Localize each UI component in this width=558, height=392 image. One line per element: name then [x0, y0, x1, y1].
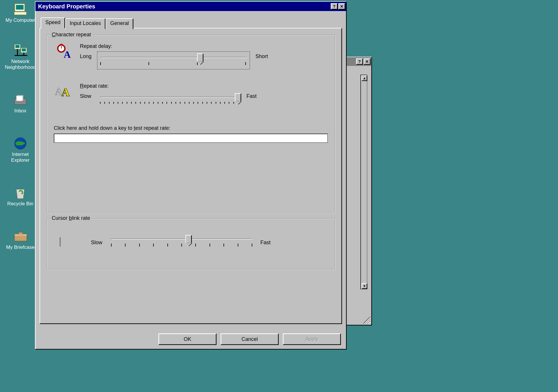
desktop-icon-label: Network Neighborhood: [4, 59, 36, 71]
scrollbar[interactable]: ▲ ▼: [360, 75, 367, 289]
svg-text:A: A: [64, 49, 71, 59]
briefcase-icon: [13, 229, 27, 243]
svg-rect-6: [22, 48, 26, 51]
desktop-icon-label: Inbox: [4, 108, 36, 114]
computer-icon: [13, 2, 27, 16]
resize-grip[interactable]: [363, 317, 370, 324]
svg-rect-2: [14, 12, 26, 15]
svg-text:A: A: [61, 86, 70, 98]
dialog-buttons: OK Cancel Apply: [158, 333, 341, 345]
desktop-icon-my-computer[interactable]: My Computer: [4, 2, 36, 23]
inbox-icon: [13, 93, 27, 107]
repeat-rate-slider[interactable]: [98, 92, 240, 108]
help-button[interactable]: ?: [331, 3, 338, 10]
stopwatch-letter-icon: A: [54, 43, 74, 60]
scroll-up-icon[interactable]: ▲: [362, 75, 367, 81]
tab-panel-speed: Character repeat A Repeat delay:: [40, 28, 342, 324]
svg-rect-21: [60, 44, 62, 45]
desktop-icon-label: Internet Explorer: [4, 152, 36, 163]
cursor-blink-slider[interactable]: [109, 234, 254, 250]
cancel-button[interactable]: Cancel: [221, 333, 279, 345]
close-button[interactable]: ✕: [364, 58, 371, 65]
section-repeat-rate: A A Repeat rate: Slow: [54, 83, 328, 108]
globe-icon: [13, 136, 27, 150]
cursor-preview-icon: [60, 237, 61, 247]
desktop-icon-inbox[interactable]: Inbox: [4, 93, 36, 114]
section-repeat-delay: A Repeat delay: Long Short: [54, 43, 328, 69]
group-cursor-blink: Cursor blink rate Slow Fast: [46, 218, 335, 269]
desktop-icon-label: My Computer: [4, 17, 36, 23]
svg-rect-12: [16, 96, 23, 101]
ok-button[interactable]: OK: [158, 333, 217, 345]
close-button[interactable]: ✕: [338, 3, 345, 10]
tab-speed[interactable]: Speed: [41, 17, 65, 28]
help-button[interactable]: ?: [356, 58, 363, 65]
desktop-icon-ie[interactable]: Internet Explorer: [4, 136, 36, 163]
slider-min-label: Long: [80, 52, 92, 60]
recycle-icon: [13, 186, 27, 200]
group-legend: Character repeat: [50, 32, 92, 38]
slider-max-label: Fast: [246, 92, 257, 99]
desktop-icon-briefcase[interactable]: My Briefcase: [4, 229, 36, 250]
keyboard-properties-dialog: Keyboard Properties ? ✕ Speed Input Loca…: [35, 1, 347, 350]
slider-max-label: Fast: [260, 238, 271, 246]
test-repeat-input[interactable]: [54, 134, 328, 143]
desktop-icon-label: My Briefcase: [4, 244, 36, 250]
desktop-icon-network[interactable]: Network Neighborhood: [4, 44, 36, 71]
desktop-icon-label: Recycle Bin: [4, 201, 36, 207]
test-repeat-label: Click here and hold down a key to test r…: [54, 125, 328, 131]
repeat-delay-label: Repeat delay:: [80, 43, 328, 49]
close-icon: ✕: [340, 4, 344, 9]
group-character-repeat: Character repeat A Repeat delay:: [46, 35, 335, 213]
dialog-title: Keyboard Properties: [36, 3, 330, 10]
svg-rect-17: [15, 234, 27, 236]
slider-min-label: Slow: [91, 238, 102, 246]
dialog-titlebar[interactable]: Keyboard Properties ? ✕: [35, 2, 346, 11]
svg-rect-1: [16, 5, 24, 10]
repeat-rate-label: Repeat rate:: [80, 83, 328, 89]
group-legend: Cursor blink rate: [50, 215, 92, 221]
tab-general[interactable]: General: [105, 18, 133, 29]
slider-max-label: Short: [255, 52, 268, 60]
svg-rect-4: [15, 45, 19, 48]
scroll-down-icon[interactable]: ▼: [362, 283, 367, 289]
tab-input-locales[interactable]: Input Locales: [65, 18, 105, 29]
repeat-delay-slider[interactable]: [98, 52, 249, 69]
slider-min-label: Slow: [80, 92, 91, 99]
apply-button: Apply: [283, 333, 341, 345]
double-letter-icon: A A: [54, 83, 74, 99]
desktop-icon-recycle[interactable]: Recycle Bin: [4, 186, 36, 207]
tabbar: Speed Input Locales General: [40, 17, 342, 28]
network-icon: [13, 44, 27, 57]
